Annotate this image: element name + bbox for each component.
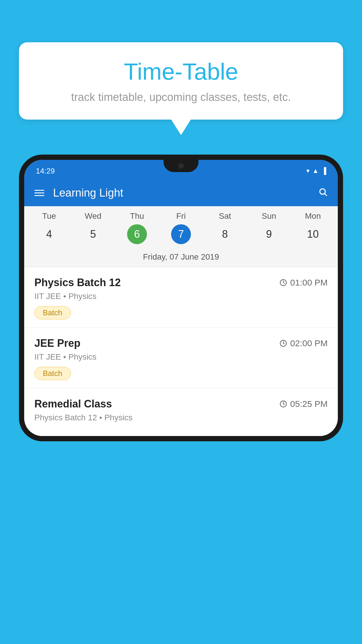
schedule-time-1: 02:00 PM	[279, 338, 328, 348]
speech-bubble-section: Time-Table track timetable, upcoming cla…	[19, 42, 343, 135]
day-num-5[interactable]: 5	[71, 224, 115, 245]
day-name-mon[interactable]: Mon	[291, 211, 335, 221]
day-num-9[interactable]: 9	[247, 224, 291, 245]
schedule-time-2: 05:25 PM	[279, 399, 328, 409]
day-name-sat[interactable]: Sat	[203, 211, 247, 221]
status-bar: 14:29 ▾ ▲ ▐	[24, 160, 338, 180]
svg-line-1	[325, 194, 327, 196]
schedule-item-1[interactable]: JEE Prep 02:00 PM IIT JEE • Physics Batc…	[24, 328, 338, 388]
speech-bubble-card: Time-Table track timetable, upcoming cla…	[19, 42, 343, 120]
time-text-2: 05:25 PM	[290, 399, 328, 409]
day-name-thu[interactable]: Thu	[115, 211, 159, 221]
day-name-wed[interactable]: Wed	[71, 211, 115, 221]
schedule-subtitle-0: IIT JEE • Physics	[34, 292, 328, 301]
schedule-item-0[interactable]: Physics Batch 12 01:00 PM IIT JEE • Phys…	[24, 267, 338, 328]
page-title: Time-Table	[36, 58, 326, 85]
day-num-8[interactable]: 8	[203, 224, 247, 245]
clock-icon-0	[279, 279, 287, 287]
day-numbers-row: 45678910	[24, 224, 338, 249]
calendar-strip: TueWedThuFriSatSunMon 45678910 Friday, 0…	[24, 206, 338, 267]
day-name-sun[interactable]: Sun	[247, 211, 291, 221]
clock-icon-2	[279, 400, 287, 408]
day-name-fri[interactable]: Fri	[159, 211, 203, 221]
day-num-10[interactable]: 10	[291, 224, 335, 245]
phone-mockup: 14:29 ▾ ▲ ▐ Learning Light	[19, 155, 343, 644]
batch-badge-1: Batch	[34, 367, 71, 380]
app-toolbar: Learning Light	[24, 180, 338, 206]
page-subtitle: track timetable, upcoming classes, tests…	[36, 91, 326, 104]
day-num-4[interactable]: 4	[27, 224, 71, 245]
phone-body: 14:29 ▾ ▲ ▐ Learning Light	[19, 155, 343, 441]
battery-icon: ▐	[321, 167, 326, 175]
schedule-header-0: Physics Batch 12 01:00 PM	[34, 276, 328, 289]
app-title: Learning Light	[53, 187, 310, 199]
status-time: 14:29	[36, 167, 55, 176]
batch-badge-0: Batch	[34, 306, 71, 319]
day-num-7[interactable]: 7	[159, 224, 203, 245]
schedule-subtitle-1: IIT JEE • Physics	[34, 352, 328, 362]
day-name-tue[interactable]: Tue	[27, 211, 71, 221]
schedule-subtitle-2: Physics Batch 12 • Physics	[34, 413, 328, 422]
time-text-1: 02:00 PM	[290, 338, 328, 348]
day-names-row: TueWedThuFriSatSunMon	[24, 211, 338, 224]
wifi-icon: ▾	[306, 167, 310, 175]
schedule-title-2: Remedial Class	[34, 398, 112, 410]
schedule-list: Physics Batch 12 01:00 PM IIT JEE • Phys…	[24, 267, 338, 436]
phone-screen: 14:29 ▾ ▲ ▐ Learning Light	[24, 160, 338, 436]
camera	[178, 163, 184, 169]
schedule-header-1: JEE Prep 02:00 PM	[34, 337, 328, 349]
phone-notch	[164, 160, 198, 172]
signal-icon: ▲	[312, 167, 319, 175]
bubble-pointer	[171, 119, 191, 135]
schedule-title-1: JEE Prep	[34, 337, 80, 349]
schedule-title-0: Physics Batch 12	[34, 276, 121, 289]
menu-button[interactable]	[34, 190, 44, 196]
schedule-item-2[interactable]: Remedial Class 05:25 PM Physics Batch 12…	[24, 388, 338, 436]
clock-icon-1	[279, 339, 287, 347]
status-icons: ▾ ▲ ▐	[306, 167, 326, 175]
schedule-time-0: 01:00 PM	[279, 278, 328, 288]
svg-point-0	[320, 189, 325, 194]
time-text-0: 01:00 PM	[290, 278, 328, 288]
schedule-header-2: Remedial Class 05:25 PM	[34, 398, 328, 410]
search-button[interactable]	[318, 187, 328, 199]
day-num-6[interactable]: 6	[115, 224, 159, 245]
selected-date-label: Friday, 07 June 2019	[24, 249, 338, 267]
